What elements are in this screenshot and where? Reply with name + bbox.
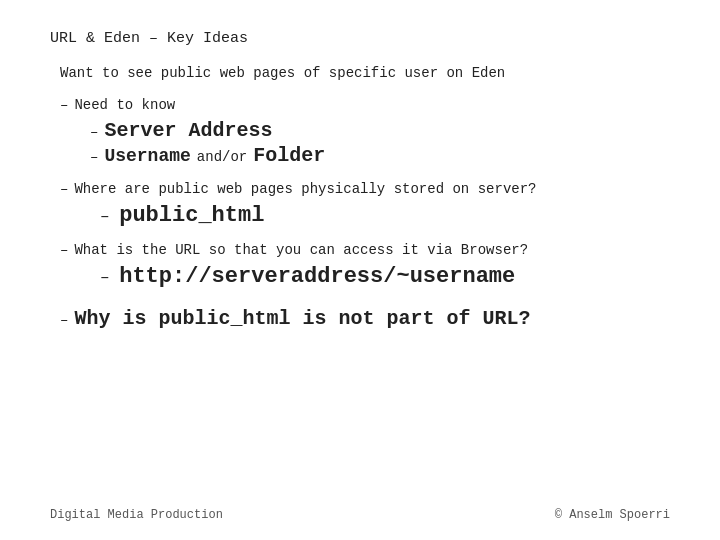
final-question: – Why is public_html is not part of URL? <box>60 307 670 330</box>
dash-sub-1: – <box>90 124 98 140</box>
where-stored-text: Where are public web pages physically st… <box>74 181 536 197</box>
footer-left: Digital Media Production <box>50 508 223 522</box>
dash-2: – <box>60 181 68 197</box>
intro-line: Want to see public web pages of specific… <box>60 65 670 81</box>
sub-bullet-username: – Username and/or Folder <box>90 144 670 167</box>
need-to-know-text: Need to know <box>74 97 175 113</box>
username-text: Username <box>104 146 190 166</box>
sub-bullets-need-to-know: – Server Address – Username and/or Folde… <box>90 119 670 167</box>
what-url-text: What is the URL so that you can access i… <box>74 242 528 258</box>
bullet-what-url: – What is the URL so that you can access… <box>60 242 670 258</box>
dash-sub-2: – <box>90 149 98 165</box>
and-or-text: and/or <box>197 149 247 165</box>
server-address-text: Server Address <box>104 119 272 142</box>
dash-3: – <box>60 242 68 258</box>
section-where-stored: – Where are public web pages physically … <box>50 181 670 228</box>
dash-ans-2: – <box>100 269 119 287</box>
final-question-text: Why is public_html is not part of URL? <box>74 307 530 330</box>
section-what-url: – What is the URL so that you can access… <box>50 242 670 289</box>
bullet-where-stored: – Where are public web pages physically … <box>60 181 670 197</box>
dash-final: – <box>60 312 68 328</box>
bullet-need-to-know: – Need to know <box>60 97 670 113</box>
public-html-text: public_html <box>119 203 264 228</box>
folder-text: Folder <box>253 144 325 167</box>
dash-1: – <box>60 97 68 113</box>
slide-container: URL & Eden – Key Ideas Want to see publi… <box>0 0 720 540</box>
footer-right: © Anselm Spoerri <box>555 508 670 522</box>
answer-public-html: – public_html <box>100 203 670 228</box>
dash-ans-1: – <box>100 208 119 226</box>
url-text: http://serveraddress/~username <box>119 264 515 289</box>
footer: Digital Media Production © Anselm Spoerr… <box>50 508 670 522</box>
slide-title: URL & Eden – Key Ideas <box>50 30 670 47</box>
section-need-to-know: – Need to know – Server Address – Userna… <box>50 97 670 167</box>
sub-bullet-server-address: – Server Address <box>90 119 670 142</box>
answer-url: – http://serveraddress/~username <box>100 264 670 289</box>
